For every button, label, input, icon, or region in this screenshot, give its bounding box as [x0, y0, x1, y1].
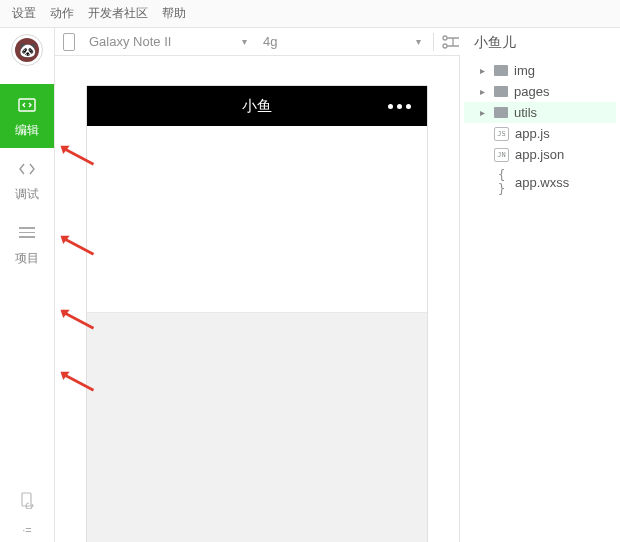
- sidebar-item-debug[interactable]: 调试: [0, 148, 54, 212]
- js-file-icon: JS: [494, 127, 509, 141]
- svg-point-2: [443, 36, 447, 40]
- device-select[interactable]: Galaxy Note II ▾: [83, 32, 253, 51]
- avatar[interactable]: 🐼: [11, 34, 43, 66]
- file-tree: ▸ img ▸ pages ▸ utils ▸ JS app.js ▸ JN a…: [460, 58, 620, 201]
- tree-item-label: img: [514, 63, 535, 78]
- tree-folder-pages[interactable]: ▸ pages: [464, 81, 616, 102]
- sidebar-bottom: ·=: [0, 490, 54, 542]
- sidebar-item-project[interactable]: 项目: [0, 212, 54, 276]
- tree-item-label: utils: [514, 105, 537, 120]
- tree-file-app-json[interactable]: ▸ JN app.json: [464, 144, 616, 165]
- network-select-label: 4g: [263, 34, 277, 49]
- tree-item-label: app.json: [515, 147, 564, 162]
- phone-body-bottom: [87, 312, 427, 542]
- structure-icon[interactable]: [440, 33, 462, 51]
- device-select-label: Galaxy Note II: [89, 34, 171, 49]
- sidebar-item-label: 编辑: [15, 122, 39, 139]
- more-icon[interactable]: [388, 104, 411, 109]
- tree-file-app-js[interactable]: ▸ JS app.js: [464, 123, 616, 144]
- sidebar: 🐼 编辑 调试 项目 ·: [0, 28, 55, 542]
- phone-title: 小鱼: [242, 97, 272, 116]
- toolbar-divider: [433, 33, 434, 51]
- sidebar-bottom-caption: ·=: [22, 524, 31, 536]
- chevron-down-icon: ▾: [242, 36, 247, 47]
- menu-item-actions[interactable]: 动作: [50, 5, 74, 22]
- json-file-icon: JN: [494, 148, 509, 162]
- avatar-icon: 🐼: [15, 38, 39, 62]
- wxss-file-icon: { }: [494, 168, 509, 196]
- menubar: 设置 动作 开发者社区 帮助: [0, 0, 620, 28]
- project-title-label: 小鱼儿: [474, 34, 516, 52]
- svg-rect-0: [19, 99, 35, 111]
- refresh-icon[interactable]: [17, 490, 37, 510]
- menu-item-help[interactable]: 帮助: [162, 5, 186, 22]
- code-brackets-icon: [16, 158, 38, 180]
- tree-item-label: pages: [514, 84, 549, 99]
- menu-item-settings[interactable]: 设置: [12, 5, 36, 22]
- folder-icon: [494, 86, 508, 97]
- menu-item-devcommunity[interactable]: 开发者社区: [88, 5, 148, 22]
- svg-point-3: [443, 44, 447, 48]
- folder-icon: [494, 65, 508, 76]
- phone-header: 小鱼: [87, 86, 427, 126]
- phone-icon: [63, 33, 75, 51]
- sidebar-item-label: 项目: [15, 250, 39, 267]
- code-icon: [16, 94, 38, 116]
- sidebar-item-edit[interactable]: 编辑: [0, 84, 54, 148]
- project-title[interactable]: 小鱼儿: [460, 28, 620, 58]
- tree-folder-utils[interactable]: ▸ utils: [464, 102, 616, 123]
- caret-right-icon: ▸: [480, 86, 488, 97]
- phone-simulator: 小鱼: [87, 86, 427, 542]
- preview-pane: 小鱼: [55, 56, 460, 542]
- phone-body-top: [87, 126, 427, 312]
- network-select[interactable]: 4g ▾: [257, 32, 427, 51]
- sidebar-item-label: 调试: [15, 186, 39, 203]
- tree-file-app-wxss[interactable]: ▸ { } app.wxss: [464, 165, 616, 199]
- hamburger-icon: [16, 222, 38, 244]
- caret-right-icon: ▸: [480, 65, 488, 76]
- chevron-down-icon: ▾: [416, 36, 421, 47]
- tree-item-label: app.js: [515, 126, 550, 141]
- caret-right-icon: ▸: [480, 107, 488, 118]
- tree-folder-img[interactable]: ▸ img: [464, 60, 616, 81]
- file-explorer: 小鱼儿 ▸ img ▸ pages ▸ utils ▸ JS app.js ▸ …: [460, 28, 620, 542]
- tree-item-label: app.wxss: [515, 175, 569, 190]
- folder-icon: [494, 107, 508, 118]
